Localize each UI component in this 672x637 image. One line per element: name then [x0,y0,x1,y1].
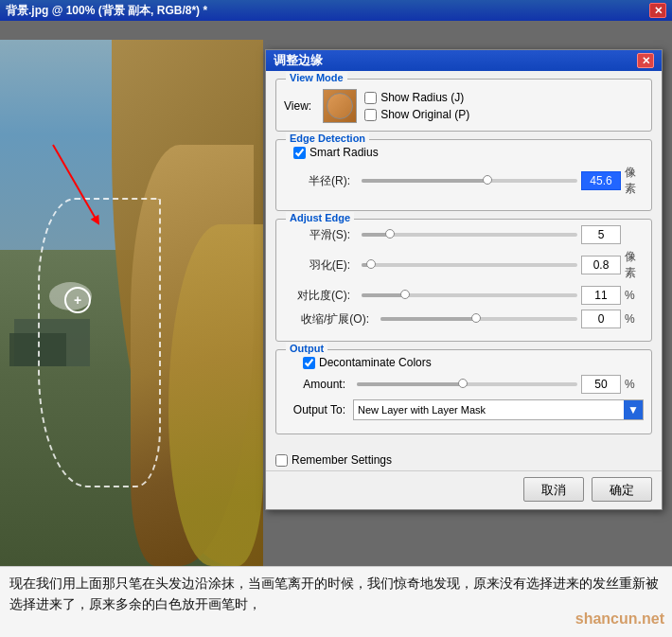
contrast-unit: % [625,289,644,302]
decontaminate-label: Decontaminate Colors [319,356,432,369]
shift-row: 收缩/扩展(O): 0 % [284,310,644,328]
ps-title: 背景.jpg @ 100% (背景 副本, RGB/8*) * [6,3,649,19]
remember-label: Remember Settings [292,453,392,467]
radius-row: 半径(R): 45.6 像素 [284,165,644,197]
dialog-titlebar: 调整边缘 ✕ [266,50,662,71]
bottom-text-area: 现在我们用上面那只笔在头发边沿涂抹，当画笔离开的时候，我们惊奇地发现，原来没有选… [0,566,672,637]
output-section: Output Decontaminate Colors Amount: 50 % [275,349,652,434]
ok-button[interactable]: 确定 [592,477,652,502]
show-original-checkbox[interactable] [364,109,377,121]
smart-radius-label: Smart Radius [309,146,379,159]
radius-value-input[interactable]: 45.6 [581,171,621,190]
amount-value-input[interactable]: 50 [581,375,621,394]
shift-unit: % [625,312,644,326]
canvas-area: + [0,40,263,566]
view-mode-row: View: Show Radius (J) Show Original (P) [284,89,644,123]
amount-slider-fill [357,382,468,386]
shift-slider-thumb[interactable] [471,313,481,323]
feather-slider-thumb[interactable] [366,259,376,269]
ps-close-btn[interactable]: ✕ [649,3,666,18]
remember-checkbox[interactable] [275,454,288,467]
cancel-button[interactable]: 取消 [523,477,584,502]
smart-radius-checkbox[interactable] [293,147,306,159]
radius-slider-track[interactable] [362,179,577,183]
dialog-title: 调整边缘 [274,52,637,69]
radius-unit: 像素 [625,165,644,197]
canvas-background: + [0,40,263,566]
selection-border [38,198,161,487]
view-thumbnail-inner [327,93,353,119]
feather-slider-track[interactable] [362,263,577,267]
contrast-slider-thumb[interactable] [400,290,410,299]
ps-window: + 🔍 ✋ 调整边缘 ✕ View Mode View: [0,21,672,637]
contrast-row: 对比度(C): 11 % [284,286,644,305]
adjust-edge-section: Adjust Edge 平滑(S): 5 羽化(E): [275,219,652,342]
output-label: Output [286,343,327,354]
radius-slider-thumb[interactable] [483,175,492,185]
edge-detection-section: Edge Detection Smart Radius 半径(R): 45.6 … [275,139,652,211]
radius-label: 半径(R): [284,173,350,189]
output-to-row: Output To: New Layer with Layer Mask ▼ [284,399,644,420]
amount-slider-track[interactable] [357,382,577,386]
view-mode-label: View Mode [286,72,347,83]
shift-slider-fill [380,317,479,321]
decontaminate-checkbox[interactable] [303,357,315,369]
amount-slider-thumb[interactable] [458,379,468,388]
shift-value-input[interactable]: 0 [581,310,621,328]
contrast-value-input[interactable]: 11 [581,286,621,305]
smart-radius-row: Smart Radius [284,146,644,159]
smooth-slider-track[interactable] [362,233,577,237]
show-original-label: Show Original (P) [380,108,469,121]
output-to-select[interactable]: New Layer with Layer Mask ▼ [353,399,644,420]
feather-unit: 像素 [625,249,644,281]
shift-slider-track[interactable] [380,317,577,321]
dialog-close-btn[interactable]: ✕ [637,53,654,68]
edge-detection-label: Edge Detection [286,133,369,144]
radius-slider-fill [362,179,491,183]
bottom-description: 现在我们用上面那只笔在头发边沿涂抹，当画笔离开的时候，我们惊奇地发现，原来没有选… [9,575,659,611]
amount-label: Amount: [284,378,345,391]
adjust-edge-label: Adjust Edge [286,212,354,223]
ps-titlebar: 背景.jpg @ 100% (背景 副本, RGB/8*) * ✕ [0,0,672,21]
adjust-edge-dialog: 调整边缘 ✕ View Mode View: Show Radius (J) [265,49,663,510]
output-to-value: New Layer with Layer Mask [358,404,639,416]
show-radius-checkbox[interactable] [364,92,377,104]
show-original-row: Show Original (P) [364,108,469,121]
feather-label: 羽化(E): [284,257,350,274]
smooth-row: 平滑(S): 5 [284,225,644,244]
show-radius-row: Show Radius (J) [364,91,469,104]
show-radius-label: Show Radius (J) [380,91,464,104]
feather-value-input[interactable]: 0.8 [581,256,621,274]
smooth-label: 平滑(S): [284,227,350,243]
watermark: shancun.net [575,607,664,631]
contrast-slider-track[interactable] [362,293,577,297]
contrast-label: 对比度(C): [284,288,350,304]
dropdown-arrow-icon[interactable]: ▼ [624,400,643,419]
view-text: View: [284,99,311,113]
feather-row: 羽化(E): 0.8 像素 [284,249,644,281]
amount-row: Amount: 50 % [284,375,644,394]
smooth-value-input[interactable]: 5 [581,225,621,244]
view-thumbnail[interactable] [323,89,357,123]
output-to-label: Output To: [284,403,345,416]
amount-unit: % [625,378,644,391]
dialog-footer: 取消 确定 [266,470,662,509]
smooth-slider-thumb[interactable] [385,229,395,239]
dialog-content: View Mode View: Show Radius (J) Show O [266,71,662,450]
decontaminate-row: Decontaminate Colors [284,356,644,369]
remember-settings-row: Remember Settings [266,450,662,470]
view-checkboxes: Show Radius (J) Show Original (P) [364,91,469,121]
view-mode-section: View Mode View: Show Radius (J) Show O [275,79,652,132]
shift-label: 收缩/扩展(O): [284,311,369,327]
